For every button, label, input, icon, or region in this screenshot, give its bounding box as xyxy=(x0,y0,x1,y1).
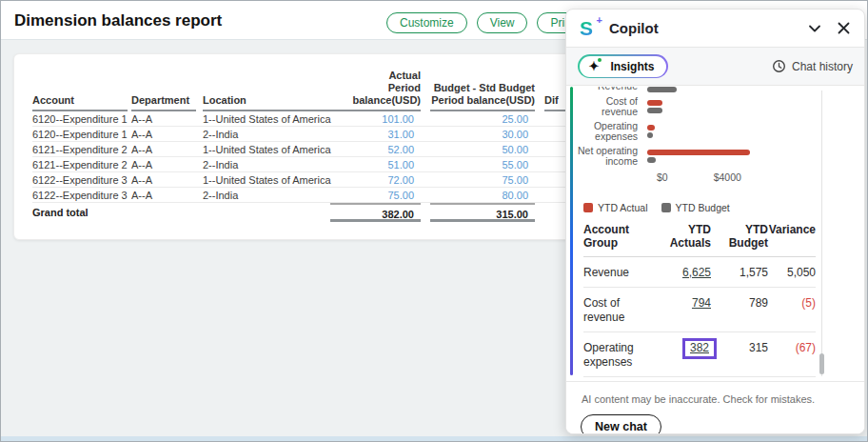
grand-total-actual: 382.00 xyxy=(330,203,421,222)
cell-department: A--A xyxy=(131,188,196,203)
actual-balance-link[interactable]: 75.00 xyxy=(387,190,414,201)
cell-ytd-actuals: 794 xyxy=(661,296,711,311)
copilot-title: Copilot xyxy=(609,20,659,36)
customize-button[interactable]: Customize xyxy=(386,12,467,33)
actual-balance-link[interactable]: 101.00 xyxy=(382,113,414,125)
cell-location: 1--United States of America xyxy=(203,172,340,188)
cell-account-group: Revenue xyxy=(583,266,661,280)
cell-budget-balance: 55.00 xyxy=(430,157,535,172)
cell-department: A--A xyxy=(131,111,196,127)
column-header-budget-period-balance[interactable]: Budget - Std BudgetPeriod balance(USD) xyxy=(430,82,535,111)
cell-account: 6122--Expenditure 3 xyxy=(32,188,128,203)
grand-total-budget: 315.00 xyxy=(430,203,535,222)
column-header-account[interactable]: Account xyxy=(32,94,128,111)
header-account-group: Account Group xyxy=(583,223,661,250)
insights-button[interactable]: ✦ Insights xyxy=(578,54,668,78)
cell-account: 6121--Expenditure 2 xyxy=(32,142,128,157)
cell-department: A--A xyxy=(131,157,196,172)
table-row: 6120--Expenditure 1A--A1--United States … xyxy=(32,111,641,127)
copilot-footer: AI content may be inaccurate. Check for … xyxy=(566,381,865,434)
chart-bars xyxy=(647,100,662,113)
ai-disclaimer: AI content may be inaccurate. Check for … xyxy=(566,382,865,405)
budget-balance-link[interactable]: 30.00 xyxy=(502,129,528,140)
chat-history-button[interactable]: Chat history xyxy=(772,59,853,73)
chart-bar-ytd-budget xyxy=(647,108,662,113)
cell-account-group: Operating expenses xyxy=(583,341,661,370)
header-variance: Variance xyxy=(768,223,816,250)
budget-balance-link[interactable]: 80.00 xyxy=(502,190,528,201)
copilot-table-header: Account Group YTD Actuals YTD Budget Var… xyxy=(583,223,816,257)
cell-department: A--A xyxy=(131,127,196,142)
legend-item: YTD Actual xyxy=(583,202,648,213)
cell-account: 6122--Expenditure 3 xyxy=(32,172,128,188)
new-chat-button[interactable]: New chat xyxy=(581,414,661,434)
copilot-summary-table: Account Group YTD Actuals YTD Budget Var… xyxy=(583,223,816,381)
cell-location: 2--India xyxy=(203,127,340,142)
copilot-header: S + Copilot xyxy=(566,10,864,48)
cell-ytd-budget: 789 xyxy=(711,296,768,311)
column-header-actual-period-balance[interactable]: ActualPeriod balance(USD) xyxy=(330,70,421,111)
column-header-department[interactable]: Department xyxy=(131,94,196,111)
chart-bar-ytd-actual xyxy=(647,150,750,155)
ytd-actuals-link[interactable]: 794 xyxy=(692,296,711,310)
window-bottom-edge xyxy=(1,436,868,441)
cell-account: 6121--Expenditure 2 xyxy=(32,157,128,172)
copilot-table-body: Revenue6,6251,5755,050Cost of revenue794… xyxy=(583,257,816,381)
ytd-actuals-link[interactable]: 382 xyxy=(690,341,709,354)
cell-actual-balance: 52.00 xyxy=(330,142,421,157)
table-header-row: Account Department Location ActualPeriod… xyxy=(32,79,641,111)
table-row: 6121--Expenditure 2A--A2--India51.0055.0… xyxy=(32,157,641,172)
chart-category-label: Revenue xyxy=(576,87,638,91)
cell-actual-balance: 72.00 xyxy=(330,172,421,188)
cell-ytd-budget: 315 xyxy=(711,341,768,355)
copilot-table-row: Operating expenses382315(67) xyxy=(583,332,816,377)
sparkle-icon: ✦ xyxy=(589,60,600,72)
cell-budget-balance: 50.00 xyxy=(430,142,535,157)
cell-variance: 5,050 xyxy=(768,266,816,280)
copilot-response-area: RevenueCost of revenueOperating expenses… xyxy=(566,87,865,381)
collapse-panel-button[interactable] xyxy=(807,21,822,36)
chart-bar-ytd-budget xyxy=(647,87,677,92)
chart-x-axis: $0 $4000 xyxy=(657,171,865,183)
copilot-table-row: Revenue6,6251,5755,050 xyxy=(583,257,816,288)
cell-account: 6120--Expenditure 1 xyxy=(32,127,128,142)
ytd-actuals-link[interactable]: 6,625 xyxy=(682,266,711,279)
chart-bar-ytd-actual xyxy=(647,100,662,106)
cell-budget-balance: 25.00 xyxy=(430,111,535,127)
chart-category-label: Cost of revenue xyxy=(576,96,638,117)
actual-balance-link[interactable]: 31.00 xyxy=(387,129,414,140)
app-window: Dimension balances report Customize View… xyxy=(0,0,868,442)
chart-bar-ytd-actual xyxy=(647,125,655,131)
scrollbar-track[interactable] xyxy=(821,90,822,376)
legend-label: YTD Budget xyxy=(676,202,730,213)
dimension-balances-table: Account Department Location ActualPeriod… xyxy=(32,79,641,222)
chart-bar-ytd-budget xyxy=(647,132,653,138)
actual-balance-link[interactable]: 72.00 xyxy=(387,174,414,186)
close-icon xyxy=(837,21,851,35)
table-row: 6121--Expenditure 2A--A1--United States … xyxy=(32,142,641,157)
scrollbar-thumb[interactable] xyxy=(819,353,824,374)
chart-bars xyxy=(647,150,750,163)
close-panel-button[interactable] xyxy=(837,21,851,35)
actual-balance-link[interactable]: 52.00 xyxy=(387,144,414,155)
budget-balance-link[interactable]: 55.00 xyxy=(502,159,528,171)
column-header-location[interactable]: Location xyxy=(203,94,340,111)
actual-balance-link[interactable]: 51.00 xyxy=(387,159,414,171)
chevron-down-icon xyxy=(807,21,822,36)
table-row: 6122--Expenditure 3A--A2--India75.0080.0… xyxy=(32,188,641,203)
view-button[interactable]: View xyxy=(477,12,528,33)
copilot-panel: S + Copilot ✦ Insights xyxy=(565,9,865,434)
chart-bars xyxy=(647,125,655,138)
header-ytd-actuals: YTD Actuals xyxy=(661,223,711,250)
cell-department: A--A xyxy=(131,142,196,157)
budget-balance-link[interactable]: 75.00 xyxy=(502,174,528,186)
budget-balance-link[interactable]: 25.00 xyxy=(502,113,528,125)
x-tick-0: $0 xyxy=(657,171,668,183)
cell-variance: (5) xyxy=(768,296,816,311)
cell-location: 1--United States of America xyxy=(203,111,340,127)
budget-balance-link[interactable]: 50.00 xyxy=(502,144,528,155)
table-row: 6122--Expenditure 3A--A1--United States … xyxy=(32,172,641,188)
chart-bar-ytd-budget xyxy=(647,157,656,163)
chat-history-label: Chat history xyxy=(792,60,853,73)
cell-ytd-actuals: 6,625 xyxy=(661,266,711,280)
